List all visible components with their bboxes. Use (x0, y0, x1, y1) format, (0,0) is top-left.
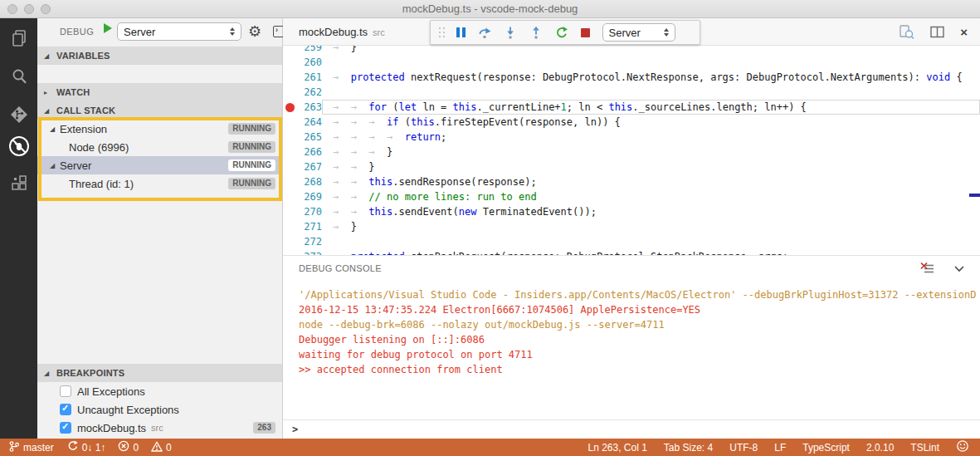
console-input[interactable]: > (283, 419, 980, 439)
start-debugging-button[interactable] (104, 23, 112, 33)
line-number: 267 (297, 159, 322, 174)
breakpoint-checkbox[interactable] (60, 385, 71, 397)
step-over-icon[interactable] (478, 26, 491, 39)
code-line[interactable]: 273→ protected stepBackRequest(response:… (283, 249, 980, 255)
code-tokens: → → } (322, 159, 375, 174)
error-icon (118, 440, 129, 454)
code-line[interactable]: 272 (283, 234, 980, 249)
glyph-margin[interactable] (283, 46, 297, 55)
glyph-margin[interactable] (283, 130, 297, 145)
section-header-variables[interactable]: ◢ VARIABLES (37, 47, 282, 65)
line-number: 270 (297, 204, 322, 219)
split-editor-icon[interactable] (930, 26, 944, 38)
status-item-tslint[interactable]: TSLint (910, 442, 939, 454)
step-into-icon[interactable] (504, 26, 517, 39)
breakpoint-dot-icon[interactable] (285, 103, 295, 112)
status-item-error-icon[interactable]: 0 (118, 440, 139, 454)
section-header-watch[interactable]: ▸ WATCH (37, 83, 282, 101)
twistie-expanded-icon: ◢ (44, 107, 52, 115)
code-line[interactable]: 259→ } (283, 46, 980, 55)
activity-item-extensions[interactable] (0, 166, 37, 201)
call-stack-row[interactable]: ◢ServerRUNNING (37, 156, 282, 174)
tab-detail: src (373, 27, 385, 37)
glyph-margin[interactable] (283, 145, 297, 159)
code-line[interactable]: 266→ → → } (283, 145, 980, 159)
code-line[interactable]: 262 (283, 85, 980, 100)
configure-gear-icon[interactable]: ⚙ (248, 22, 261, 40)
breakpoint-checkbox[interactable] (60, 404, 71, 415)
clear-console-icon[interactable] (920, 262, 935, 275)
collapse-panel-chevron-icon[interactable] (953, 264, 965, 273)
glyph-margin[interactable] (283, 55, 297, 70)
status-item-sync-icon[interactable]: 0↓ 1↑ (66, 440, 106, 454)
code-line[interactable]: 270→ → this.sendEvent(new TerminatedEven… (283, 204, 980, 219)
tab-mockdebug-ts[interactable]: mockDebug.ts src (299, 26, 385, 38)
section-header-breakpoints[interactable]: ◢ BREAKPOINTS (37, 364, 282, 382)
glyph-margin[interactable] (283, 219, 297, 234)
glyph-margin[interactable] (283, 204, 297, 219)
code-lines: 259→ }260261→ protected nextRequest(resp… (283, 46, 980, 255)
code-line[interactable]: 269→ → // no more lines: run to end (283, 189, 980, 204)
code-tokens: → → // no more lines: run to end (322, 189, 537, 204)
glyph-margin[interactable] (283, 115, 297, 130)
glyph-margin[interactable] (283, 159, 297, 174)
status-item-utf-8[interactable]: UTF-8 (729, 442, 758, 454)
status-label: LF (774, 442, 786, 454)
code-editor[interactable]: 259→ }260261→ protected nextRequest(resp… (283, 46, 980, 255)
activity-item-explorer[interactable] (0, 21, 37, 56)
call-stack-row[interactable]: Thread (id: 1)RUNNING (37, 174, 282, 193)
status-item-warning-icon[interactable]: 0 (151, 441, 172, 454)
activity-item-source-control[interactable] (0, 97, 37, 132)
status-item-lf[interactable]: LF (774, 442, 786, 454)
console-output: '/Applications/Visual Studio Code - Insi… (299, 287, 978, 420)
breakpoint-checkbox[interactable] (60, 422, 71, 434)
debug-config-select-toolbar[interactable]: Server (602, 23, 675, 42)
open-preview-icon[interactable] (899, 24, 914, 40)
section-header-call-stack[interactable]: ◢ CALL STACK (37, 101, 282, 120)
status-label: 0 (166, 442, 172, 454)
glyph-margin[interactable] (283, 249, 297, 255)
breakpoint-row[interactable]: All Exceptions (37, 382, 282, 400)
close-icon[interactable]: × (960, 26, 968, 38)
code-line[interactable]: 265→ → → → return; (283, 130, 980, 145)
pause-icon[interactable] (456, 27, 466, 37)
breakpoints-rows: All ExceptionsUncaught ExceptionsmockDeb… (37, 382, 282, 437)
status-item-ln-263-col-1[interactable]: Ln 263, Col 1 (588, 442, 646, 454)
code-line[interactable]: 261→ protected nextRequest(response: Deb… (283, 70, 980, 85)
activity-item-debug[interactable] (0, 129, 37, 164)
extensions-icon (9, 174, 29, 194)
glyph-margin[interactable] (283, 234, 297, 249)
status-item-tab-size-4[interactable]: Tab Size: 4 (664, 442, 713, 454)
glyph-margin[interactable] (283, 189, 297, 204)
glyph-margin[interactable] (283, 70, 297, 85)
drag-grip-icon[interactable] (439, 27, 441, 29)
status-item-smiley-icon[interactable] (956, 439, 969, 455)
restart-icon[interactable] (555, 26, 568, 39)
glyph-margin[interactable] (283, 85, 297, 100)
glyph-margin[interactable] (283, 100, 297, 115)
status-item-typescript[interactable]: TypeScript (802, 442, 850, 454)
code-line[interactable]: 271→ } (283, 219, 980, 234)
activity-item-search[interactable] (0, 59, 37, 94)
code-line[interactable]: 263→ → for (let ln = this._currentLine+1… (283, 100, 980, 115)
code-tokens: → → this.sendResponse(response); (322, 174, 537, 189)
debug-config-select[interactable]: Server (117, 22, 241, 41)
title-bar: mockDebug.ts - vscode-mock-debug (0, 0, 980, 18)
code-line[interactable]: 268→ → this.sendResponse(response); (283, 174, 980, 189)
glyph-margin[interactable] (283, 174, 297, 189)
git-branch-icon (8, 440, 20, 455)
code-line[interactable]: 264→ → → if (this.fireStepEvent(response… (283, 115, 980, 130)
console-line: >> accepted connection from client (299, 362, 978, 377)
code-line[interactable]: 267→ → } (283, 159, 980, 174)
step-out-icon[interactable] (529, 26, 543, 39)
code-tokens: → → → if (this.fireStepEvent(response, l… (322, 115, 621, 130)
status-item-2-0-10[interactable]: 2.0.10 (866, 442, 894, 454)
code-line[interactable]: 260 (283, 55, 980, 70)
call-stack-row[interactable]: Node (6996)RUNNING (37, 138, 282, 156)
breakpoint-row[interactable]: Uncaught Exceptions (37, 400, 282, 419)
call-stack-row[interactable]: ◢ExtensionRUNNING (37, 120, 282, 138)
line-number: 264 (297, 115, 322, 130)
breakpoint-row[interactable]: mockDebug.tssrc263 (37, 419, 282, 437)
stop-icon[interactable] (581, 28, 590, 37)
status-item-git-branch-icon[interactable]: master (8, 440, 54, 455)
